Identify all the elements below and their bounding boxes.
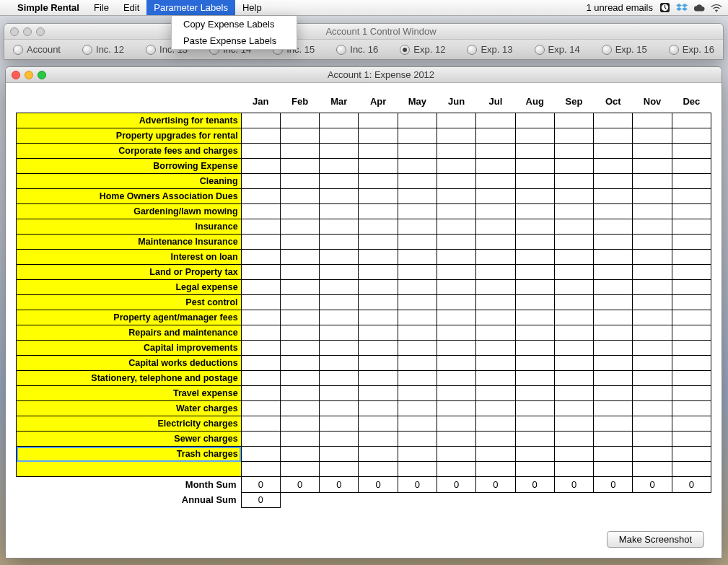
cell[interactable] xyxy=(633,356,672,371)
cell[interactable] xyxy=(515,219,554,235)
menu-help[interactable]: Help xyxy=(235,0,269,15)
cell[interactable] xyxy=(437,113,476,128)
cell[interactable] xyxy=(280,432,319,447)
cell[interactable] xyxy=(437,219,476,235)
cloud-icon[interactable] xyxy=(693,2,705,14)
cell[interactable] xyxy=(359,401,398,416)
cell[interactable] xyxy=(241,219,280,235)
cell[interactable] xyxy=(398,265,437,280)
row-label[interactable]: Borrowing Expense xyxy=(17,159,242,174)
cell[interactable] xyxy=(672,280,711,295)
cell[interactable] xyxy=(554,401,593,416)
radio-exp-15[interactable]: Exp. 15 xyxy=(602,44,647,55)
cell[interactable] xyxy=(320,159,359,174)
cell[interactable] xyxy=(672,401,711,416)
cell[interactable] xyxy=(515,416,554,432)
row-label[interactable]: Cleaning xyxy=(17,174,242,189)
cell[interactable] xyxy=(280,295,319,310)
row-label[interactable]: Land or Property tax xyxy=(17,265,242,280)
cell[interactable] xyxy=(633,128,672,144)
cell[interactable] xyxy=(359,432,398,447)
cell[interactable] xyxy=(359,174,398,189)
cell[interactable] xyxy=(359,265,398,280)
cell[interactable] xyxy=(398,113,437,128)
cell[interactable] xyxy=(515,265,554,280)
cell[interactable] xyxy=(476,174,515,189)
cell[interactable] xyxy=(437,295,476,310)
cell[interactable] xyxy=(554,371,593,386)
cell[interactable] xyxy=(437,416,476,432)
unread-emails-status[interactable]: 1 unread emails xyxy=(587,2,654,13)
row-label[interactable]: Pest control xyxy=(17,295,242,310)
cell[interactable] xyxy=(633,280,672,295)
cell[interactable] xyxy=(320,462,359,477)
cell[interactable] xyxy=(398,416,437,432)
cell[interactable] xyxy=(554,159,593,174)
cell[interactable] xyxy=(594,250,633,265)
cell[interactable] xyxy=(554,295,593,310)
cell[interactable] xyxy=(633,341,672,356)
cell[interactable] xyxy=(241,265,280,280)
cell[interactable] xyxy=(241,113,280,128)
cell[interactable] xyxy=(633,144,672,159)
cell[interactable] xyxy=(594,401,633,416)
cell[interactable] xyxy=(594,462,633,477)
cell[interactable] xyxy=(437,401,476,416)
cell[interactable] xyxy=(241,401,280,416)
cell[interactable] xyxy=(280,341,319,356)
cell[interactable] xyxy=(554,219,593,235)
cell[interactable] xyxy=(594,159,633,174)
cell[interactable] xyxy=(320,250,359,265)
cell[interactable] xyxy=(437,371,476,386)
cell[interactable] xyxy=(320,235,359,250)
row-label[interactable]: Maintenance Insurance xyxy=(17,235,242,250)
cell[interactable] xyxy=(437,325,476,341)
cell[interactable] xyxy=(280,310,319,325)
cell[interactable] xyxy=(476,204,515,219)
cell[interactable] xyxy=(241,174,280,189)
radio-exp-13[interactable]: Exp. 13 xyxy=(467,44,512,55)
cell[interactable] xyxy=(515,356,554,371)
row-label[interactable]: Repairs and maintenance xyxy=(17,325,242,341)
cell[interactable] xyxy=(437,341,476,356)
cell[interactable] xyxy=(554,128,593,144)
cell[interactable] xyxy=(633,235,672,250)
cell[interactable] xyxy=(554,144,593,159)
radio-inc-12[interactable]: Inc. 12 xyxy=(82,44,124,55)
cell[interactable] xyxy=(359,113,398,128)
cell[interactable] xyxy=(476,144,515,159)
cell[interactable] xyxy=(398,371,437,386)
cell[interactable] xyxy=(476,265,515,280)
cell[interactable] xyxy=(437,356,476,371)
cell[interactable] xyxy=(437,386,476,401)
cell[interactable] xyxy=(515,204,554,219)
cell[interactable] xyxy=(437,462,476,477)
cell[interactable] xyxy=(280,174,319,189)
cell[interactable] xyxy=(594,325,633,341)
radio-exp-16[interactable]: Exp. 16 xyxy=(669,44,714,55)
radio-exp-14[interactable]: Exp. 14 xyxy=(535,44,580,55)
minimize-icon[interactable] xyxy=(23,27,32,36)
cell[interactable] xyxy=(398,174,437,189)
zoom-icon[interactable] xyxy=(36,27,45,36)
cell[interactable] xyxy=(476,128,515,144)
radio-exp-12[interactable]: Exp. 12 xyxy=(400,44,445,55)
cell[interactable] xyxy=(672,462,711,477)
cell[interactable] xyxy=(554,416,593,432)
row-label[interactable]: Interest on loan xyxy=(17,250,242,265)
cell[interactable] xyxy=(594,189,633,204)
cell[interactable] xyxy=(241,250,280,265)
cell[interactable] xyxy=(437,144,476,159)
cell[interactable] xyxy=(280,386,319,401)
cell[interactable] xyxy=(359,416,398,432)
cell[interactable] xyxy=(672,128,711,144)
cell[interactable] xyxy=(241,341,280,356)
cell[interactable] xyxy=(359,295,398,310)
row-label[interactable]: Insurance xyxy=(17,219,242,235)
cell[interactable] xyxy=(280,416,319,432)
cell[interactable] xyxy=(320,128,359,144)
cell[interactable] xyxy=(515,432,554,447)
cell[interactable] xyxy=(320,204,359,219)
cell[interactable] xyxy=(437,265,476,280)
cell[interactable] xyxy=(398,447,437,462)
